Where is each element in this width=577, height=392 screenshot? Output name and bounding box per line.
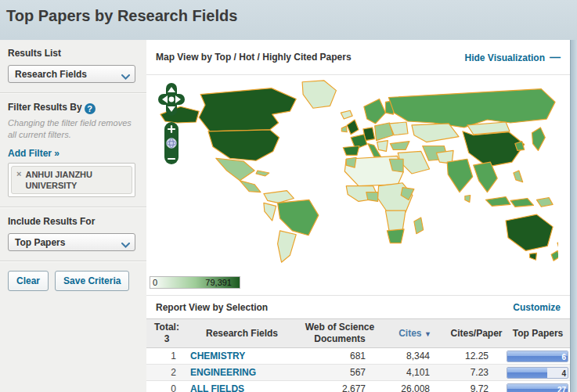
cites-per-paper-value: 9.72 xyxy=(447,381,506,392)
customize-link[interactable]: Customize xyxy=(513,302,561,313)
field-link[interactable]: ALL FIELDS xyxy=(190,383,244,392)
vertical-scrollbar[interactable] xyxy=(570,40,577,392)
top-papers-value: 4 xyxy=(561,368,566,379)
chevron-down-icon xyxy=(121,239,130,250)
top-papers-bar: 6 xyxy=(507,351,568,362)
cites-per-paper-value: 7.23 xyxy=(447,365,506,381)
column-wos-documents: Web of Science Documents xyxy=(297,319,383,348)
documents-value: 2,677 xyxy=(297,381,383,392)
column-top-papers: Top Papers xyxy=(506,319,570,348)
results-list-label: Results List xyxy=(8,48,137,59)
world-map[interactable]: 0 79,391 xyxy=(146,75,570,295)
row-rank: 2 xyxy=(146,365,187,381)
results-list-value: Research Fields xyxy=(15,69,87,80)
remove-filter-icon[interactable]: × xyxy=(16,169,21,192)
results-list-select[interactable]: Research Fields xyxy=(8,65,135,83)
continent-oceania[interactable] xyxy=(506,214,558,261)
page-title: Top Papers by Research Fields xyxy=(0,0,577,25)
cites-value: 8,344 xyxy=(383,348,447,365)
continent-south-america[interactable] xyxy=(264,191,319,263)
continent-north-america[interactable] xyxy=(160,81,352,192)
sidebar: Results List Research Fields Filter Resu… xyxy=(0,40,146,392)
row-rank: 1 xyxy=(146,348,187,365)
table-row: 2 ENGINEERING 567 4,101 7.23 4 xyxy=(146,365,570,381)
include-results-for-value: Top Papers xyxy=(15,237,65,248)
table-row: 0 ALL FIELDS 2,677 26,008 9.72 27 xyxy=(146,381,570,392)
help-icon[interactable]: ? xyxy=(85,103,96,114)
field-link[interactable]: ENGINEERING xyxy=(190,367,256,378)
table-row: 1 CHEMISTRY 681 8,344 12.25 6 xyxy=(146,348,570,365)
table-header-row: Total:3 Research Fields Web of Science D… xyxy=(146,319,570,348)
map-view-title: Map View by Top / Hot / Highly Cited Pap… xyxy=(156,52,352,63)
save-criteria-button[interactable]: Save Criteria xyxy=(55,271,129,291)
total-header: Total:3 xyxy=(146,319,187,348)
top-papers-bar: 4 xyxy=(507,367,568,379)
column-cites-sort[interactable]: Cites ▼ xyxy=(383,319,447,348)
map-legend: 0 79,391 xyxy=(150,276,240,289)
row-rank: 0 xyxy=(146,381,187,392)
active-filter-box: × ANHUI JIANZHU UNIVERSITY xyxy=(8,163,135,198)
map-controls xyxy=(157,83,186,167)
main-panel: Map View by Top / Hot / Highly Cited Pap… xyxy=(146,40,570,392)
filter-tag-label: ANHUI JIANZHU UNIVERSITY xyxy=(25,169,119,192)
results-table: Total:3 Research Fields Web of Science D… xyxy=(146,318,570,392)
legend-min: 0 xyxy=(153,278,157,287)
add-filter-link[interactable]: Add Filter » xyxy=(8,148,60,159)
chevron-down-icon xyxy=(121,71,130,82)
zoom-control[interactable] xyxy=(164,122,179,164)
include-results-for-label: Include Results For xyxy=(8,216,137,227)
clear-button[interactable]: Clear xyxy=(8,271,49,291)
column-research-fields: Research Fields xyxy=(187,319,297,348)
filter-note: Changing the filter field removes all cu… xyxy=(8,117,137,142)
pan-control[interactable] xyxy=(158,83,185,116)
page-header: Top Papers by Research Fields xyxy=(0,0,577,40)
globe-icon xyxy=(167,138,176,148)
report-view-title: Report View by Selection xyxy=(156,302,268,313)
documents-value: 567 xyxy=(297,365,383,381)
top-papers-bar: 27 xyxy=(507,383,568,392)
sort-desc-icon: ▼ xyxy=(424,330,431,338)
filter-tag[interactable]: × ANHUI JIANZHU UNIVERSITY xyxy=(11,166,132,195)
top-papers-value: 27 xyxy=(557,384,566,392)
cites-per-paper-value: 12.25 xyxy=(447,348,506,365)
cites-value: 4,101 xyxy=(383,365,447,381)
top-papers-value: 6 xyxy=(561,351,566,362)
documents-value: 681 xyxy=(297,348,383,365)
include-results-for-select[interactable]: Top Papers xyxy=(8,233,135,251)
filter-results-by-label: Filter Results By xyxy=(8,102,82,113)
minus-icon: — xyxy=(550,51,561,63)
world-map-svg xyxy=(157,78,558,264)
map-view-header: Map View by Top / Hot / Highly Cited Pap… xyxy=(146,40,570,75)
column-cites-per-paper: Cites/Paper xyxy=(447,319,506,348)
report-view-header: Report View by Selection Customize xyxy=(146,295,570,318)
page: Top Papers by Research Fields Results Li… xyxy=(0,0,577,392)
hide-visualization-link[interactable]: Hide Visualization— xyxy=(465,51,561,63)
field-link[interactable]: CHEMISTRY xyxy=(190,351,245,361)
legend-max: 79,391 xyxy=(205,278,232,287)
cites-value: 26,008 xyxy=(383,381,447,392)
